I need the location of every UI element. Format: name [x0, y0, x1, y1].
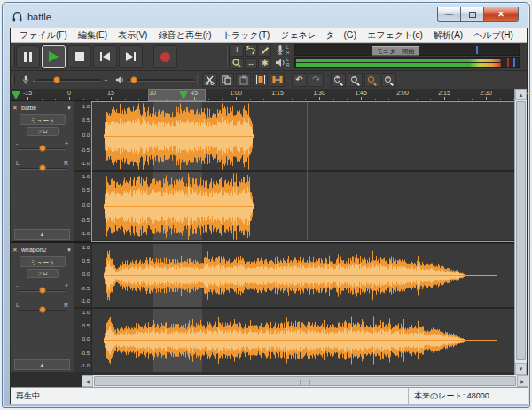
track-2-mute-button[interactable]: ミュート [20, 256, 66, 267]
menu-item-8[interactable]: ヘルプ(H) [468, 28, 519, 42]
track-2-ch2-waveform[interactable] [92, 309, 516, 372]
track-2-menu-chevron-down-icon[interactable]: ▼ [66, 248, 72, 253]
selection-tool-button[interactable]: I [231, 44, 244, 57]
track-2-close-icon[interactable]: ✕ [12, 247, 20, 254]
silence-selection-button[interactable] [270, 73, 285, 87]
fit-project-button[interactable]: • [381, 73, 396, 87]
playback-volume-thumb[interactable] [130, 76, 137, 83]
scroll-left-arrow-icon[interactable]: ◀ [82, 375, 93, 387]
ruler-tick-label: 1:45 [355, 90, 367, 96]
playback-meter-bars[interactable] [294, 57, 520, 68]
menu-item-4[interactable]: トラック(T) [217, 28, 276, 42]
multitool-icon: ✱ [262, 59, 269, 67]
track-2-collapse-button[interactable]: ▲ [14, 359, 70, 370]
envelope-tool-button[interactable] [245, 44, 258, 57]
track-1-pan-thumb[interactable] [39, 164, 46, 171]
track-2-name[interactable]: weapon2 [21, 247, 65, 253]
copy-button[interactable] [219, 73, 234, 87]
track-1-gain-slider[interactable]: - + [16, 140, 68, 153]
skip-to-end-button[interactable] [119, 45, 143, 68]
trim-outside-selection-button[interactable] [253, 73, 268, 87]
zoom-out-button[interactable]: − [348, 73, 363, 87]
mixer-toolbar-grip[interactable] [12, 75, 15, 85]
recording-meter-bars[interactable]: モニター開始 [294, 44, 520, 56]
minimize-button[interactable]: — [437, 7, 461, 22]
copy-icon [222, 75, 231, 85]
timeline-ruler[interactable]: -1501530451:001:151:301:452:002:152:302:… [11, 89, 516, 101]
track-2-ch1-waveform[interactable] [92, 244, 516, 307]
project-rate-text: 本来のレート: 48000 [408, 388, 528, 404]
play-button[interactable] [42, 45, 66, 68]
track-1-solo-button[interactable]: ソロ [27, 127, 59, 136]
pause-button[interactable] [16, 45, 40, 68]
record-button[interactable] [153, 45, 177, 68]
timeline-pin-icon[interactable] [12, 91, 20, 99]
undo-button[interactable]: ↶ [292, 73, 307, 87]
scale-value: -1.0 [81, 161, 90, 166]
scroll-down-arrow-icon[interactable]: ▼ [515, 363, 527, 375]
menu-item-0[interactable]: ファイル(F) [14, 28, 73, 42]
skip-to-start-button[interactable] [93, 45, 117, 68]
menu-item-5[interactable]: ジェネレーター(G) [275, 28, 362, 42]
vertical-scroll-thumb[interactable] [516, 101, 526, 360]
menu-item-1[interactable]: 編集(E) [73, 28, 113, 42]
draw-tool-button[interactable] [258, 44, 271, 57]
timeshift-tool-button[interactable]: ↔ [245, 58, 258, 70]
maximize-button[interactable] [461, 7, 484, 22]
horizontal-scroll-thumb[interactable] [94, 376, 516, 386]
track-1-mute-button[interactable]: ミュート [20, 114, 66, 125]
multi-tool-button[interactable]: ✱ [258, 58, 271, 70]
track-1-ch1-vertical-scale[interactable]: 1.00.50.0-0.5-1.0 [74, 102, 92, 170]
tools-toolbar-grip[interactable] [227, 46, 230, 67]
track-1-ch1-waveform[interactable] [92, 102, 516, 170]
recording-volume-thumb[interactable] [53, 76, 60, 83]
track-1-pan-slider[interactable]: L R [16, 160, 68, 172]
close-button[interactable]: ✕ [484, 7, 519, 22]
horizontal-scrollbar[interactable]: ◀ ▶ [82, 375, 528, 387]
track-2-ch1-vertical-scale[interactable]: 1.00.50.0-0.5-1.0 [74, 244, 92, 307]
fit-selection-button[interactable] [364, 73, 379, 87]
zoom-in-button[interactable]: + [331, 73, 346, 87]
track-1-ch2-vertical-scale[interactable]: 1.00.50.0-0.5-1.0 [74, 172, 92, 240]
stop-button[interactable] [67, 45, 91, 68]
menu-item-6[interactable]: エフェクト(c) [362, 28, 428, 42]
scroll-up-arrow-icon[interactable]: ▲ [515, 89, 527, 100]
track-2-gain-slider[interactable]: - + [16, 282, 68, 295]
recording-volume-slider[interactable] [37, 79, 101, 82]
track-1-ch2-waveform[interactable] [92, 172, 516, 240]
vertical-scrollbar[interactable]: ▲ ▼ [514, 89, 527, 375]
track-1-collapse-button[interactable]: ▲ [14, 229, 70, 240]
track-2-pan-slider[interactable]: L R [16, 302, 68, 314]
transport-toolbar-grip[interactable] [12, 46, 15, 67]
ruler-tick-mark [27, 97, 28, 100]
recording-meter[interactable]: L R モニター開始 [275, 44, 520, 56]
menu-item-2[interactable]: 表示(V) [113, 28, 153, 42]
cut-button[interactable] [202, 73, 217, 87]
track-2-solo-button[interactable]: ソロ [27, 269, 59, 278]
redo-button[interactable]: ↷ [309, 73, 324, 87]
track-1-name[interactable]: battle [21, 105, 65, 111]
paste-button[interactable] [236, 73, 251, 87]
play-meter-r-label: R [286, 62, 290, 67]
rec-meter-r-label: R [286, 50, 290, 55]
ruler-minor-tick [138, 99, 139, 100]
ruler-minor-tick [417, 99, 418, 100]
pencil-icon [261, 46, 270, 55]
track-2-gain-thumb[interactable] [39, 287, 46, 294]
monitor-start-label[interactable]: モニター開始 [372, 46, 420, 56]
track-2-pan-thumb[interactable] [39, 306, 46, 313]
playback-meter[interactable]: L R [275, 57, 520, 68]
scroll-right-arrow-icon[interactable]: ▶ [517, 375, 528, 387]
track-1-close-icon[interactable]: ✕ [12, 105, 20, 112]
track-2-ch2-vertical-scale[interactable]: 1.00.50.0-0.5-1.0 [74, 309, 92, 372]
track-1-gain-thumb[interactable] [39, 145, 46, 152]
playhead-marker-icon[interactable] [179, 91, 188, 99]
scale-value: 0.0 [82, 132, 90, 138]
menu-item-7[interactable]: 解析(A) [428, 28, 468, 42]
track-2-control-panel: ✕ weapon2 ▼ ミュート ソロ - + L R [11, 243, 74, 372]
track-1-menu-chevron-down-icon[interactable]: ▼ [66, 106, 72, 111]
menu-item-3[interactable]: 録音と再生(r) [153, 28, 216, 42]
zoom-tool-button[interactable] [231, 58, 244, 70]
playback-volume-slider[interactable] [127, 79, 194, 82]
edit-toolbar-grip[interactable] [197, 75, 200, 85]
